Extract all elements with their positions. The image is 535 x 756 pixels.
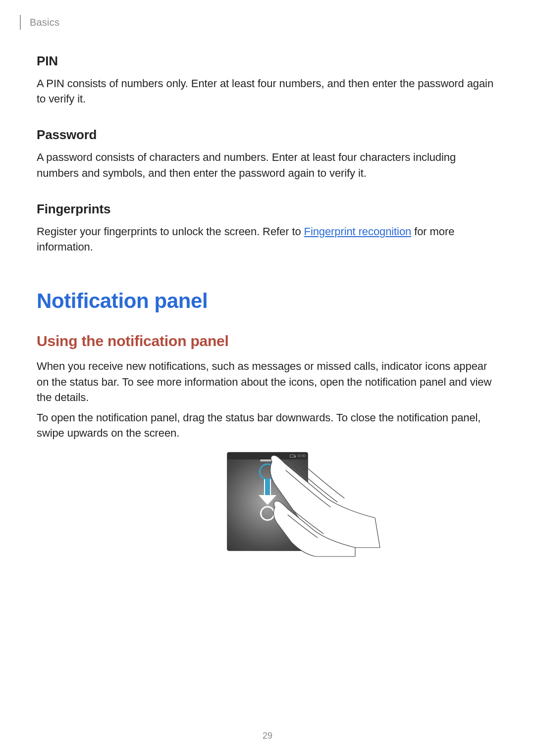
fingerprint-recognition-link[interactable]: Fingerprint recognition bbox=[304, 225, 412, 238]
swipe-down-figure: 10:00 bbox=[37, 452, 498, 551]
page-number: 29 bbox=[263, 731, 272, 741]
notif-paragraph-1: When you receive new notifications, such… bbox=[37, 358, 498, 405]
battery-icon bbox=[290, 454, 295, 457]
notif-paragraph-2: To open the notification panel, drag the… bbox=[37, 410, 498, 441]
fingerprints-body-prefix: Register your fingerprints to unlock the… bbox=[37, 225, 304, 238]
section-body-fingerprints: Register your fingerprints to unlock the… bbox=[37, 224, 498, 254]
heading-notification-panel: Notification panel bbox=[37, 289, 498, 313]
phone-illustration: 10:00 bbox=[227, 452, 308, 551]
statusbar-time: 10:00 bbox=[297, 454, 306, 457]
breadcrumb: Basics bbox=[20, 15, 59, 30]
panel-handle-icon bbox=[260, 459, 275, 461]
section-title-pin: PIN bbox=[37, 53, 498, 69]
breadcrumb-rule-icon bbox=[20, 15, 21, 30]
swipe-arrow-icon bbox=[259, 463, 276, 480]
section-body-password: A password consists of characters and nu… bbox=[37, 150, 498, 180]
section-title-fingerprints: Fingerprints bbox=[37, 202, 498, 217]
section-title-password: Password bbox=[37, 127, 498, 143]
page-content: PIN A PIN consists of numbers only. Ente… bbox=[37, 53, 498, 551]
subheading-using-notification-panel: Using the notification panel bbox=[37, 333, 498, 350]
breadcrumb-text: Basics bbox=[30, 17, 59, 28]
phone-statusbar: 10:00 bbox=[227, 453, 308, 459]
section-body-pin: A PIN consists of numbers only. Enter at… bbox=[37, 76, 498, 106]
